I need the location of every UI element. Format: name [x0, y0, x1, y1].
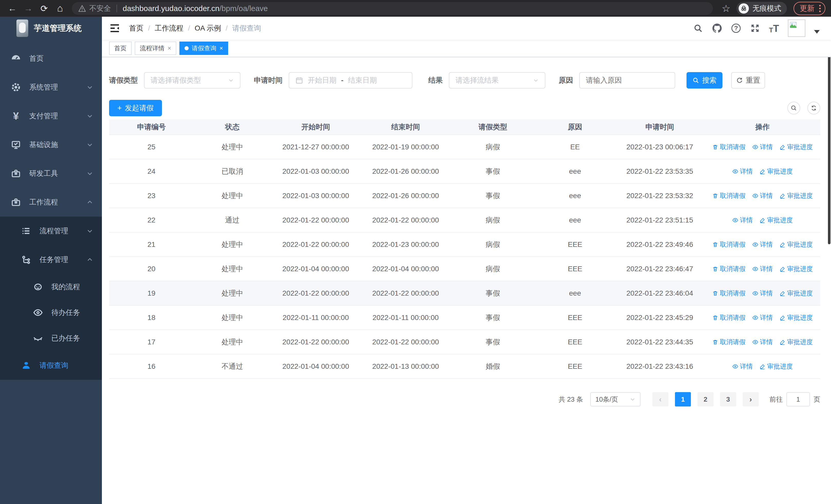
approval-progress-link[interactable]: 审批进度 — [779, 289, 813, 297]
result-select[interactable]: 请选择流结果 — [449, 72, 545, 89]
detail-link[interactable]: 详情 — [752, 240, 773, 249]
close-icon[interactable]: × — [168, 45, 171, 52]
detail-link[interactable]: 详情 — [752, 191, 773, 200]
cancel-leave-link[interactable]: 取消请假 — [712, 313, 746, 322]
show-search-button[interactable] — [787, 101, 800, 114]
reason-input[interactable] — [579, 72, 675, 89]
font-size-icon[interactable] — [769, 23, 779, 33]
sidebar-item-devtools[interactable]: 研发工具 — [0, 159, 102, 188]
reset-button[interactable]: 重置 — [731, 72, 765, 89]
browser-back-icon[interactable] — [6, 2, 19, 15]
breadcrumb-item[interactable]: OA 示例 — [195, 23, 221, 33]
approval-progress-link[interactable]: 审批进度 — [779, 240, 813, 249]
create-leave-button[interactable]: 发起请假 — [109, 100, 162, 116]
table-row[interactable]: 24 已取消 2022-01-03 00:00:00 2022-01-26 00… — [109, 159, 820, 183]
leave-type-select[interactable]: 请选择请假类型 — [144, 72, 240, 89]
security-label[interactable]: 不安全 — [89, 4, 111, 13]
sidebar-item-payment[interactable]: ¥ 支付管理 — [0, 101, 102, 130]
breadcrumb-item[interactable]: 工作流程 — [155, 23, 183, 33]
chevron-down-icon — [630, 396, 635, 402]
page-size-select[interactable]: 10条/页 — [590, 392, 640, 407]
detail-link[interactable]: 详情 — [752, 338, 773, 346]
help-icon[interactable] — [731, 23, 741, 33]
cancel-leave-link[interactable]: 取消请假 — [712, 338, 746, 346]
approval-progress-link[interactable]: 审批进度 — [779, 313, 813, 322]
browser-home-icon[interactable] — [53, 2, 67, 15]
menu-fold-icon[interactable] — [109, 23, 120, 34]
detail-link[interactable]: 详情 — [752, 265, 773, 273]
approval-progress-link[interactable]: 审批进度 — [760, 216, 793, 224]
cancel-leave-link[interactable]: 取消请假 — [712, 143, 746, 151]
tab-home[interactable]: 首页 — [109, 41, 132, 55]
avatar[interactable] — [788, 20, 805, 37]
url-bar[interactable]: 不安全 dashboard.yudao.iocoder.cn/bpm/oa/le… — [72, 2, 713, 15]
sidebar-item-home[interactable]: 首页 — [0, 44, 102, 73]
detail-link[interactable]: 详情 — [752, 289, 773, 297]
cancel-leave-link[interactable]: 取消请假 — [712, 191, 746, 200]
table-row[interactable]: 25 处理中 2021-12-27 00:00:00 2022-01-19 00… — [109, 135, 820, 159]
fullscreen-icon[interactable] — [750, 23, 760, 33]
apply-time-range-picker[interactable]: 开始日期 - 结束日期 — [289, 72, 412, 89]
sidebar-item-todo-tasks[interactable]: 待办任务 — [0, 300, 102, 325]
prev-page-button[interactable]: ‹ — [652, 392, 668, 407]
browser-menu-icon[interactable] — [819, 5, 821, 12]
result-label: 结果 — [428, 76, 443, 85]
close-icon[interactable]: × — [220, 45, 223, 52]
sidebar-item-done-tasks[interactable]: 已办任务 — [0, 325, 102, 351]
avatar-caret-icon[interactable] — [814, 30, 820, 34]
table-row[interactable]: 21 处理中 2022-01-22 00:00:00 2022-01-23 00… — [109, 232, 820, 257]
browser-reload-icon[interactable] — [37, 2, 51, 15]
cancel-leave-link[interactable]: 取消请假 — [712, 240, 746, 249]
detail-link[interactable]: 详情 — [732, 167, 753, 176]
cell-start-time: 2021-12-27 00:00:00 — [271, 135, 361, 159]
sidebar-item-system[interactable]: 系统管理 — [0, 73, 102, 101]
approval-progress-link[interactable]: 审批进度 — [779, 265, 813, 273]
pen-icon — [779, 144, 785, 150]
approval-progress-link[interactable]: 审批进度 — [779, 191, 813, 200]
refresh-table-button[interactable] — [807, 101, 820, 114]
sidebar-item-my-process[interactable]: 我的流程 — [0, 274, 102, 300]
cancel-leave-link[interactable]: 取消请假 — [712, 289, 746, 297]
browser-forward-icon[interactable] — [22, 2, 35, 15]
sidebar-item-infra[interactable]: 基础设施 — [0, 130, 102, 159]
table-row[interactable]: 17 处理中 2022-01-22 00:00:00 2022-01-22 00… — [109, 330, 820, 354]
tab-leave-query[interactable]: 请假查询 × — [179, 41, 228, 55]
sidebar-item-process-mgmt[interactable]: 流程管理 — [0, 216, 102, 245]
table-row[interactable]: 20 处理中 2022-01-04 00:00:00 2022-01-04 00… — [109, 257, 820, 281]
sidebar-item-workflow[interactable]: 工作流程 — [0, 188, 102, 216]
page-button-2[interactable]: 2 — [697, 392, 713, 407]
table-row[interactable]: 22 通过 2022-01-22 00:00:00 2022-01-22 00:… — [109, 208, 820, 232]
approval-progress-link[interactable]: 审批进度 — [760, 362, 793, 370]
goto-page-input[interactable] — [786, 392, 810, 407]
table-row[interactable]: 19 处理中 2022-01-22 00:00:00 2022-01-22 00… — [109, 281, 820, 305]
search-button[interactable]: 搜索 — [687, 72, 722, 89]
logo[interactable]: 芋道管理系统 — [0, 17, 102, 40]
bookmark-star-icon[interactable] — [722, 3, 730, 14]
table-row[interactable]: 18 处理中 2022-01-11 00:00:00 2022-01-11 00… — [109, 305, 820, 330]
end-date-placeholder[interactable]: 结束日期 — [348, 76, 406, 85]
detail-link[interactable]: 详情 — [752, 313, 773, 322]
table-row[interactable]: 16 不通过 2022-01-04 00:00:00 2022-01-13 00… — [109, 354, 820, 379]
next-page-button[interactable]: › — [743, 392, 758, 407]
cancel-leave-link[interactable]: 取消请假 — [712, 265, 746, 273]
approval-progress-link[interactable]: 审批进度 — [779, 143, 813, 151]
approval-progress-link[interactable]: 审批进度 — [760, 167, 793, 176]
approval-progress-link[interactable]: 审批进度 — [779, 338, 813, 346]
url-text[interactable]: dashboard.yudao.iocoder.cn/bpm/oa/leave — [123, 4, 268, 13]
search-icon[interactable] — [693, 23, 703, 33]
table-row[interactable]: 23 处理中 2022-01-03 00:00:00 2022-01-26 00… — [109, 183, 820, 208]
tab-process-detail[interactable]: 流程详情 × — [135, 41, 176, 55]
detail-link[interactable]: 详情 — [732, 362, 753, 370]
sidebar-item-leave-query[interactable]: 请假查询 — [0, 351, 102, 380]
detail-link[interactable]: 详情 — [752, 143, 773, 151]
detail-link[interactable]: 详情 — [732, 216, 753, 224]
browser-update-button[interactable]: 更新 — [794, 2, 825, 15]
github-icon[interactable] — [712, 23, 722, 33]
sidebar-item-task-mgmt[interactable]: 任务管理 — [0, 245, 102, 274]
page-button-1[interactable]: 1 — [675, 392, 691, 407]
page-button-3[interactable]: 3 — [720, 392, 736, 407]
start-date-placeholder[interactable]: 开始日期 — [308, 76, 337, 85]
pen-icon — [779, 241, 785, 248]
breadcrumb-item[interactable]: 首页 — [129, 23, 143, 33]
cell-actions: 取消请假 详情 审批进度 — [705, 232, 820, 257]
